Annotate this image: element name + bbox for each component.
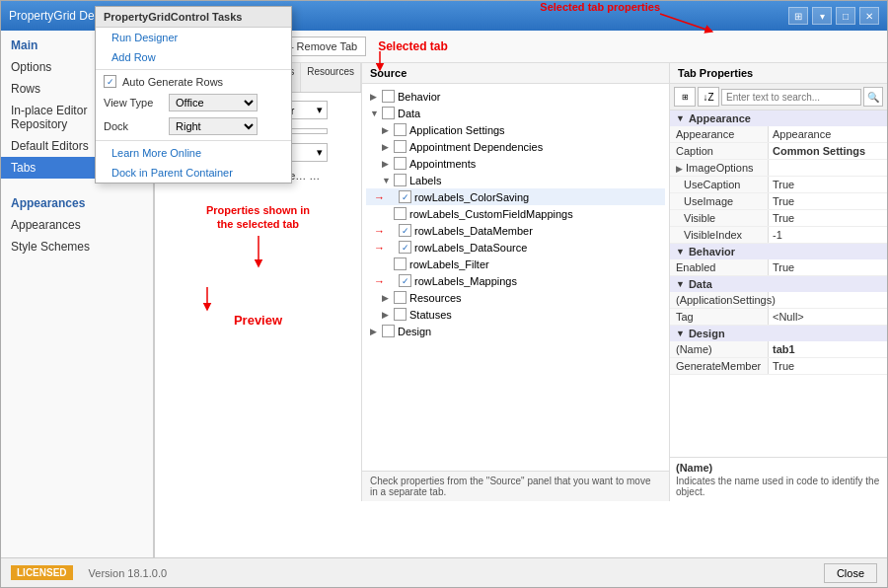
tree-item-mappings-row[interactable]: → ✓ rowLabels_Mappings — [366, 272, 665, 289]
prop-row-enabled: Enabled True — [670, 259, 887, 276]
tree-item-colorsaving[interactable]: → ✓ rowLabels_ColorSaving — [366, 188, 665, 205]
selected-tab-props-label: Selected tab properties — [540, 1, 660, 13]
appt-deps-label: Appointment Dependencies — [409, 141, 543, 153]
datamember-tree-checkbox[interactable]: ✓ — [399, 224, 411, 237]
generatemember-prop-value: True — [769, 358, 887, 374]
data-section-label: Data — [689, 278, 712, 290]
tree-item-statuses[interactable]: ▶ Statuses — [366, 306, 665, 323]
app-settings-checkbox[interactable] — [394, 123, 407, 136]
tree-item-data[interactable]: ▼ Data — [366, 105, 665, 121]
resources-checkbox[interactable] — [394, 291, 407, 304]
tree-item-behavior[interactable]: ▶ Behavior — [366, 88, 665, 105]
appointments-checkbox[interactable] — [394, 157, 407, 170]
props-categorized-btn[interactable]: ⊞ — [674, 87, 696, 107]
context-menu-add-row[interactable]: Add Row — [96, 47, 291, 67]
labels-expand-icon[interactable]: ▼ — [382, 176, 394, 185]
appointments-label: Appointments — [409, 158, 476, 170]
context-menu-learn-more[interactable]: Learn More Online — [96, 143, 291, 163]
statuses-checkbox[interactable] — [394, 308, 407, 321]
tag-prop-name: Tag — [670, 309, 769, 325]
appt-deps-checkbox[interactable] — [394, 140, 407, 153]
minimize-btn[interactable]: ▾ — [812, 7, 832, 25]
props-footer: (Name) Indicates the name used in code t… — [670, 457, 887, 501]
generatemember-prop-name: GenerateMember — [670, 358, 769, 374]
context-menu: PropertyGridControl Tasks Run Designer A… — [95, 6, 292, 184]
context-menu-autogenerate-row: ✓ Auto Generate Rows — [96, 72, 291, 91]
tree-item-customfield[interactable]: rowLabels_CustomFieldMappings — [366, 205, 665, 222]
props-header: Tab Properties — [670, 63, 887, 84]
prop-row-visibleindex: VisibleIndex -1 — [670, 227, 887, 244]
sidebar-section-appearances: Appearances — [1, 188, 153, 214]
prop-row-imageoptions: ▶ ImageOptions — [670, 160, 887, 177]
tree-item-appointments[interactable]: ▶ Appointments — [366, 155, 665, 172]
design-section-arrow-icon: ▼ — [676, 329, 685, 338]
sidebar-item-appearances[interactable]: Appearances — [1, 214, 153, 236]
datasource-tree-checkbox[interactable]: ✓ — [399, 241, 411, 254]
prop-row-visible: Visible True — [670, 210, 887, 227]
datasource-tree-label: rowLabels_DataSource — [414, 242, 527, 254]
mappings-arrow-icon: → — [374, 275, 385, 287]
statuses-expand-icon[interactable]: ▶ — [382, 310, 394, 320]
tree-item-resources[interactable]: ▶ Resources — [366, 289, 665, 306]
prop-row-name: (Name) tab1 — [670, 341, 887, 358]
appointments-expand-icon[interactable]: ▶ — [382, 159, 394, 169]
mappings-tree-label: rowLabels_Mappings — [414, 275, 517, 287]
mappings-tree-checkbox[interactable]: ✓ — [399, 274, 411, 287]
props-section-appearance[interactable]: ▼ Appearance — [670, 110, 887, 126]
selected-tab-arrow-icon — [365, 51, 395, 71]
data-checkbox[interactable] — [382, 107, 395, 119]
props-section-behavior[interactable]: ▼ Behavior — [670, 244, 887, 259]
tab-resources[interactable]: Resources — [301, 63, 361, 92]
colorsaving-tree-checkbox[interactable]: ✓ — [399, 190, 411, 203]
props-search-button[interactable]: 🔍 — [863, 87, 883, 107]
caption-prop-value: Common Settings — [769, 143, 887, 159]
close-button[interactable]: Close — [824, 563, 877, 583]
grid-view-btn[interactable]: ⊞ — [788, 7, 808, 25]
data-expand-icon[interactable]: ▼ — [370, 109, 382, 118]
tree-item-app-settings[interactable]: ▶ Application Settings — [366, 121, 665, 138]
context-menu-dock-parent[interactable]: Dock in Parent Container — [96, 163, 291, 183]
behavior-section-label: Behavior — [689, 246, 735, 257]
props-search-input[interactable] — [721, 89, 861, 106]
props-section-data[interactable]: ▼ Data — [670, 276, 887, 292]
context-menu-run-designer[interactable]: Run Designer — [96, 28, 291, 47]
tree-item-design[interactable]: ▶ Design — [366, 323, 665, 339]
useimage-prop-value: True — [769, 193, 887, 209]
appt-deps-expand-icon[interactable]: ▶ — [382, 142, 394, 152]
datamember-arrow-icon: → — [374, 225, 385, 237]
resources-expand-icon[interactable]: ▶ — [382, 293, 394, 303]
labels-label: Labels — [409, 175, 441, 186]
filter-label: rowLabels_Filter — [409, 258, 489, 270]
behavior-expand-icon[interactable]: ▶ — [370, 92, 382, 102]
appsettings-prop-value — [769, 292, 887, 308]
sidebar-item-style-schemes[interactable]: Style Schemes — [1, 236, 153, 257]
maximize-btn[interactable]: □ — [836, 7, 855, 25]
app-settings-expand-icon[interactable]: ▶ — [382, 125, 394, 135]
tree-item-appt-deps[interactable]: ▶ Appointment Dependencies — [366, 138, 665, 155]
dock-select[interactable]: Right — [169, 117, 258, 135]
datasource-arrow-icon: → — [374, 242, 385, 254]
datamember-tree-label: rowLabels_DataMember — [414, 225, 533, 237]
customfield-checkbox[interactable] — [394, 207, 407, 220]
tree-item-labels[interactable]: ▼ Labels — [366, 172, 665, 188]
labels-checkbox[interactable] — [394, 174, 407, 186]
props-section-design[interactable]: ▼ Design — [670, 326, 887, 341]
close-window-btn[interactable]: ✕ — [859, 7, 879, 25]
tree-item-datamember[interactable]: → ✓ rowLabels_DataMember — [366, 222, 665, 239]
props-content: ▼ Appearance Appearance Appearance Capti… — [670, 110, 887, 457]
design-expand-icon[interactable]: ▶ — [370, 327, 382, 336]
tree-item-datasource[interactable]: → ✓ rowLabels_DataSource — [366, 239, 665, 256]
props-alphabetical-btn[interactable]: ↓Z — [698, 87, 719, 107]
imageoptions-prop-value — [769, 160, 887, 176]
prop-row-appearance-val: Appearance Appearance — [670, 126, 887, 143]
prop-row-caption: Caption Common Settings — [670, 143, 887, 160]
behavior-checkbox[interactable] — [382, 90, 395, 103]
prop-row-usecaption: UseCaption True — [670, 177, 887, 193]
viewtype-select[interactable]: Office — [169, 94, 258, 111]
autogenerate-checkbox[interactable]: ✓ — [104, 75, 116, 88]
selected-tab-props-arrow-icon — [655, 9, 714, 38]
usecaption-prop-value: True — [769, 177, 887, 192]
design-checkbox[interactable] — [382, 325, 395, 337]
tree-item-filter[interactable]: rowLabels_Filter — [366, 256, 665, 272]
filter-checkbox[interactable] — [394, 257, 407, 270]
